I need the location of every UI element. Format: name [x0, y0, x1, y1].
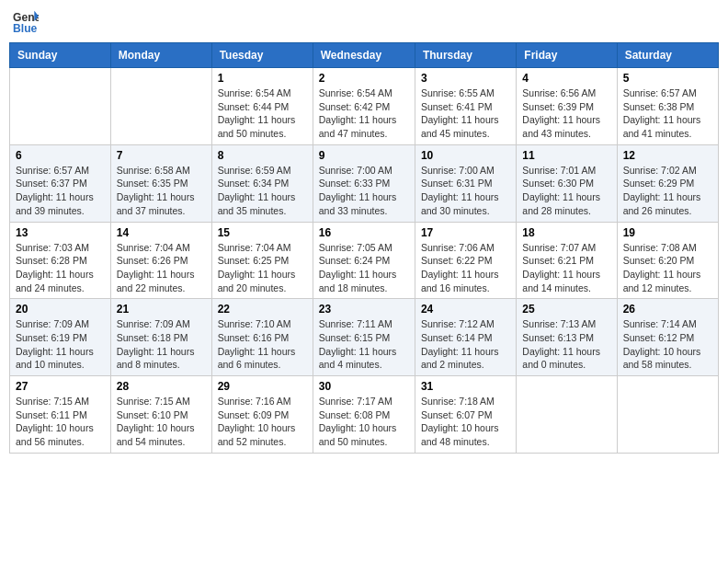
calendar-cell: 23Sunrise: 7:11 AM Sunset: 6:15 PM Dayli…: [313, 299, 415, 376]
calendar-cell: 3Sunrise: 6:55 AM Sunset: 6:41 PM Daylig…: [415, 68, 516, 145]
day-info: Sunrise: 7:04 AM Sunset: 6:26 PM Dayligh…: [117, 241, 206, 295]
calendar-cell: 20Sunrise: 7:09 AM Sunset: 6:19 PM Dayli…: [10, 299, 111, 376]
day-info: Sunrise: 6:55 AM Sunset: 6:41 PM Dayligh…: [421, 86, 510, 141]
day-number: 26: [623, 303, 712, 316]
day-number: 25: [522, 303, 610, 316]
day-number: 17: [421, 226, 510, 239]
day-info: Sunrise: 7:09 AM Sunset: 6:18 PM Dayligh…: [117, 317, 206, 372]
day-number: 10: [421, 149, 510, 162]
calendar-cell: 21Sunrise: 7:09 AM Sunset: 6:18 PM Dayli…: [110, 299, 211, 376]
day-info: Sunrise: 7:06 AM Sunset: 6:22 PM Dayligh…: [421, 241, 510, 295]
calendar-cell: 30Sunrise: 7:17 AM Sunset: 6:08 PM Dayli…: [313, 376, 415, 454]
calendar-cell: 12Sunrise: 7:02 AM Sunset: 6:29 PM Dayli…: [617, 144, 718, 222]
day-info: Sunrise: 7:05 AM Sunset: 6:24 PM Dayligh…: [319, 241, 409, 295]
calendar-col-header: Thursday: [415, 43, 516, 68]
calendar-cell: 10Sunrise: 7:00 AM Sunset: 6:31 PM Dayli…: [415, 144, 516, 222]
calendar-cell: 1Sunrise: 6:54 AM Sunset: 6:44 PM Daylig…: [211, 68, 313, 145]
day-info: Sunrise: 7:11 AM Sunset: 6:15 PM Dayligh…: [319, 317, 409, 372]
calendar-col-header: Monday: [110, 43, 211, 68]
calendar-col-header: Wednesday: [313, 43, 415, 68]
day-number: 22: [218, 303, 307, 316]
day-info: Sunrise: 7:14 AM Sunset: 6:12 PM Dayligh…: [623, 317, 712, 372]
day-info: Sunrise: 7:18 AM Sunset: 6:07 PM Dayligh…: [421, 395, 510, 449]
day-number: 14: [117, 226, 206, 239]
day-number: 3: [421, 72, 510, 85]
calendar-cell: 5Sunrise: 6:57 AM Sunset: 6:38 PM Daylig…: [617, 68, 718, 145]
day-number: 12: [623, 149, 712, 162]
day-info: Sunrise: 6:54 AM Sunset: 6:44 PM Dayligh…: [218, 86, 307, 141]
logo: General Blue: [13, 9, 39, 35]
day-number: 19: [623, 226, 712, 239]
calendar-cell: [517, 376, 617, 454]
day-info: Sunrise: 7:08 AM Sunset: 6:20 PM Dayligh…: [623, 241, 712, 295]
day-number: 21: [117, 303, 206, 316]
day-info: Sunrise: 6:58 AM Sunset: 6:35 PM Dayligh…: [117, 164, 206, 218]
calendar-header-row: SundayMondayTuesdayWednesdayThursdayFrid…: [10, 43, 719, 68]
calendar-week-row: 1Sunrise: 6:54 AM Sunset: 6:44 PM Daylig…: [10, 68, 719, 145]
day-info: Sunrise: 7:16 AM Sunset: 6:09 PM Dayligh…: [218, 395, 307, 449]
calendar-cell: 2Sunrise: 6:54 AM Sunset: 6:42 PM Daylig…: [313, 68, 415, 145]
day-info: Sunrise: 7:01 AM Sunset: 6:30 PM Dayligh…: [522, 164, 610, 218]
day-number: 28: [117, 380, 206, 393]
day-number: 24: [421, 303, 510, 316]
day-info: Sunrise: 6:57 AM Sunset: 6:37 PM Dayligh…: [16, 164, 105, 218]
day-number: 9: [319, 149, 409, 162]
calendar-cell: 4Sunrise: 6:56 AM Sunset: 6:39 PM Daylig…: [517, 68, 617, 145]
day-info: Sunrise: 7:07 AM Sunset: 6:21 PM Dayligh…: [522, 241, 610, 295]
day-number: 18: [522, 226, 610, 239]
day-info: Sunrise: 7:15 AM Sunset: 6:11 PM Dayligh…: [16, 395, 105, 449]
day-number: 27: [16, 380, 105, 393]
day-info: Sunrise: 7:17 AM Sunset: 6:08 PM Dayligh…: [319, 395, 409, 449]
calendar-cell: 22Sunrise: 7:10 AM Sunset: 6:16 PM Dayli…: [211, 299, 313, 376]
day-info: Sunrise: 7:04 AM Sunset: 6:25 PM Dayligh…: [218, 241, 307, 295]
calendar-cell: 29Sunrise: 7:16 AM Sunset: 6:09 PM Dayli…: [211, 376, 313, 454]
day-info: Sunrise: 7:13 AM Sunset: 6:13 PM Dayligh…: [522, 317, 610, 372]
calendar-cell: 11Sunrise: 7:01 AM Sunset: 6:30 PM Dayli…: [517, 144, 617, 222]
day-info: Sunrise: 6:59 AM Sunset: 6:34 PM Dayligh…: [218, 164, 307, 218]
calendar-col-header: Tuesday: [211, 43, 313, 68]
calendar-cell: [10, 68, 111, 145]
day-info: Sunrise: 7:00 AM Sunset: 6:31 PM Dayligh…: [421, 164, 510, 218]
day-number: 8: [218, 149, 307, 162]
calendar-table: SundayMondayTuesdayWednesdayThursdayFrid…: [9, 42, 719, 454]
calendar-cell: 8Sunrise: 6:59 AM Sunset: 6:34 PM Daylig…: [211, 144, 313, 222]
calendar-cell: 14Sunrise: 7:04 AM Sunset: 6:26 PM Dayli…: [110, 222, 211, 299]
calendar-col-header: Saturday: [617, 43, 718, 68]
page-header: General Blue: [9, 9, 719, 35]
calendar-col-header: Sunday: [10, 43, 111, 68]
calendar-cell: [110, 68, 211, 145]
calendar-cell: 9Sunrise: 7:00 AM Sunset: 6:33 PM Daylig…: [313, 144, 415, 222]
day-number: 20: [16, 303, 105, 316]
day-info: Sunrise: 6:54 AM Sunset: 6:42 PM Dayligh…: [319, 86, 409, 141]
calendar-cell: 15Sunrise: 7:04 AM Sunset: 6:25 PM Dayli…: [211, 222, 313, 299]
calendar-cell: 27Sunrise: 7:15 AM Sunset: 6:11 PM Dayli…: [10, 376, 111, 454]
day-info: Sunrise: 7:15 AM Sunset: 6:10 PM Dayligh…: [117, 395, 206, 449]
calendar-week-row: 13Sunrise: 7:03 AM Sunset: 6:28 PM Dayli…: [10, 222, 719, 299]
calendar-week-row: 6Sunrise: 6:57 AM Sunset: 6:37 PM Daylig…: [10, 144, 719, 222]
calendar-col-header: Friday: [517, 43, 617, 68]
calendar-cell: 31Sunrise: 7:18 AM Sunset: 6:07 PM Dayli…: [415, 376, 516, 454]
day-number: 31: [421, 380, 510, 393]
calendar-cell: 28Sunrise: 7:15 AM Sunset: 6:10 PM Dayli…: [110, 376, 211, 454]
day-number: 5: [623, 72, 712, 85]
calendar-cell: 16Sunrise: 7:05 AM Sunset: 6:24 PM Dayli…: [313, 222, 415, 299]
day-number: 13: [16, 226, 105, 239]
calendar-cell: 19Sunrise: 7:08 AM Sunset: 6:20 PM Dayli…: [617, 222, 718, 299]
calendar-cell: 25Sunrise: 7:13 AM Sunset: 6:13 PM Dayli…: [517, 299, 617, 376]
day-number: 30: [319, 380, 409, 393]
day-info: Sunrise: 6:56 AM Sunset: 6:39 PM Dayligh…: [522, 86, 610, 141]
calendar-week-row: 20Sunrise: 7:09 AM Sunset: 6:19 PM Dayli…: [10, 299, 719, 376]
calendar-cell: 7Sunrise: 6:58 AM Sunset: 6:35 PM Daylig…: [110, 144, 211, 222]
day-number: 2: [319, 72, 409, 85]
calendar-week-row: 27Sunrise: 7:15 AM Sunset: 6:11 PM Dayli…: [10, 376, 719, 454]
day-info: Sunrise: 7:09 AM Sunset: 6:19 PM Dayligh…: [16, 317, 105, 372]
day-number: 23: [319, 303, 409, 316]
calendar-cell: 13Sunrise: 7:03 AM Sunset: 6:28 PM Dayli…: [10, 222, 111, 299]
day-number: 1: [218, 72, 307, 85]
day-number: 11: [522, 149, 610, 162]
day-number: 4: [522, 72, 610, 85]
logo-icon: General Blue: [13, 9, 39, 35]
calendar-cell: 17Sunrise: 7:06 AM Sunset: 6:22 PM Dayli…: [415, 222, 516, 299]
day-info: Sunrise: 7:03 AM Sunset: 6:28 PM Dayligh…: [16, 241, 105, 295]
day-info: Sunrise: 7:12 AM Sunset: 6:14 PM Dayligh…: [421, 317, 510, 372]
